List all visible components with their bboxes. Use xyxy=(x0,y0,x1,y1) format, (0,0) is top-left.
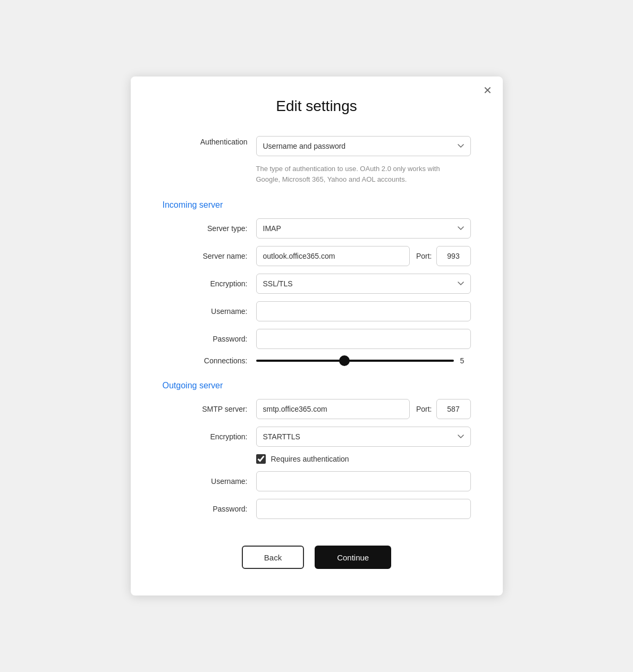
outgoing-username-input[interactable] xyxy=(256,471,471,491)
footer-buttons: Back Continue xyxy=(163,546,471,569)
outgoing-server-section: Outgoing server SMTP server: Port: Encry… xyxy=(163,381,471,519)
outgoing-encryption-row: Encryption: STARTTLS SSL/TLS None xyxy=(163,427,471,447)
incoming-encryption-dropdown[interactable]: SSL/TLS STARTTLS None xyxy=(256,274,471,294)
outgoing-port-input[interactable] xyxy=(436,399,471,419)
incoming-encryption-row: Encryption: SSL/TLS STARTTLS None xyxy=(163,274,471,294)
smtp-server-label: SMTP server: xyxy=(163,405,248,413)
outgoing-username-row: Username: xyxy=(163,471,471,491)
page-title: Edit settings xyxy=(163,98,471,115)
connections-value: 5 xyxy=(460,356,471,365)
outgoing-encryption-dropdown[interactable]: STARTTLS SSL/TLS None xyxy=(256,427,471,447)
incoming-username-row: Username: xyxy=(163,301,471,321)
incoming-username-label: Username: xyxy=(163,307,248,316)
authentication-hint: The type of authentication to use. OAuth… xyxy=(256,164,458,184)
outgoing-password-row: Password: xyxy=(163,499,471,519)
incoming-server-label: Incoming server xyxy=(163,200,223,209)
outgoing-password-label: Password: xyxy=(163,505,248,513)
requires-auth-checkbox[interactable] xyxy=(256,454,266,464)
continue-button[interactable]: Continue xyxy=(315,546,391,569)
outgoing-server-label: Outgoing server xyxy=(163,381,223,390)
incoming-encryption-label: Encryption: xyxy=(163,279,248,288)
requires-auth-label: Requires authentication xyxy=(271,455,349,463)
connections-slider-container: 5 xyxy=(256,356,471,365)
outgoing-port-group: Port: xyxy=(416,399,471,419)
smtp-server-input[interactable] xyxy=(256,399,410,419)
incoming-password-label: Password: xyxy=(163,335,248,343)
incoming-password-row: Password: xyxy=(163,329,471,349)
close-button[interactable]: ✕ xyxy=(483,85,492,96)
incoming-port-input[interactable] xyxy=(436,246,471,266)
incoming-server-section: Incoming server Server type: IMAP POP3 S… xyxy=(163,200,471,365)
edit-settings-dialog: ✕ Edit settings Authentication Username … xyxy=(131,76,503,596)
authentication-row: Authentication Username and password OAu… xyxy=(163,136,471,156)
incoming-password-input[interactable] xyxy=(256,329,471,349)
connections-slider[interactable] xyxy=(256,360,454,362)
outgoing-username-label: Username: xyxy=(163,477,248,486)
authentication-dropdown[interactable]: Username and password OAuth 2.0 xyxy=(256,136,471,156)
outgoing-encryption-label: Encryption: xyxy=(163,432,248,441)
incoming-port-label: Port: xyxy=(416,252,432,260)
authentication-section: Authentication Username and password OAu… xyxy=(163,136,471,184)
server-type-dropdown[interactable]: IMAP POP3 xyxy=(256,218,471,239)
server-name-row: Server name: Port: xyxy=(163,246,471,266)
incoming-port-group: Port: xyxy=(416,246,471,266)
incoming-username-input[interactable] xyxy=(256,301,471,321)
smtp-server-row: SMTP server: Port: xyxy=(163,399,471,419)
requires-auth-row: Requires authentication xyxy=(256,454,471,464)
connections-row: Connections: 5 xyxy=(163,356,471,365)
connections-label: Connections: xyxy=(163,356,248,365)
outgoing-password-input[interactable] xyxy=(256,499,471,519)
server-name-input[interactable] xyxy=(256,246,410,266)
back-button[interactable]: Back xyxy=(242,546,304,569)
server-name-label: Server name: xyxy=(163,252,248,260)
server-type-label: Server type: xyxy=(163,224,248,233)
authentication-label: Authentication xyxy=(163,138,248,146)
server-type-row: Server type: IMAP POP3 xyxy=(163,218,471,239)
outgoing-port-label: Port: xyxy=(416,405,432,413)
